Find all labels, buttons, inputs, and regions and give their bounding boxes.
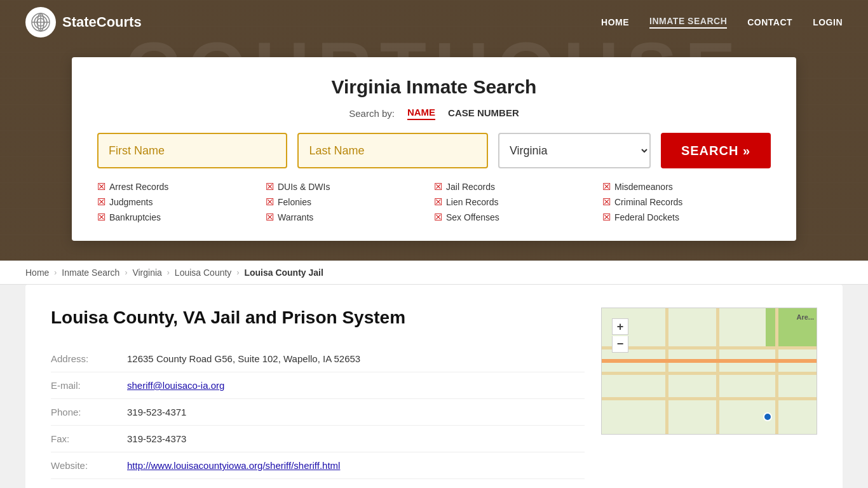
map-road-h2	[602, 372, 817, 375]
search-by-label: Search by:	[349, 108, 395, 119]
info-row-website: Website: http://www.louisacountyiowa.org…	[51, 452, 585, 479]
checkbox-federal-dockets: ☒ Federal Dockets	[602, 212, 771, 223]
check-icon-misd: ☒	[602, 181, 611, 193]
last-name-input[interactable]	[297, 133, 487, 168]
value-fax: 319-523-4373	[127, 433, 585, 444]
search-inputs-row: Virginia Alabama Alaska Arizona Californ…	[97, 133, 771, 168]
facility-info: Address: 12635 County Road G56, Suite 10…	[51, 346, 585, 479]
link-email[interactable]: sheriff@louisaco-ia.org	[127, 380, 224, 391]
breadcrumb-louisa-county[interactable]: Louisa County	[175, 268, 232, 278]
checkbox-duis: ☒ DUIs & DWIs	[266, 181, 434, 193]
checkbox-label-misd: Misdemeanors	[614, 182, 673, 192]
breadcrumb-home[interactable]: Home	[25, 268, 49, 278]
logo-link[interactable]: StateCourts	[25, 7, 142, 37]
logo-text: StateCourts	[62, 14, 142, 30]
navigation: StateCourts HOME INMATE SEARCH CONTACT L…	[0, 0, 868, 44]
tab-name[interactable]: NAME	[407, 107, 435, 120]
search-by-row: Search by: NAME CASE NUMBER	[97, 107, 771, 120]
checkboxes-grid: ☒ Arrest Records ☒ DUIs & DWIs ☒ Jail Re…	[97, 181, 771, 223]
checkbox-label-bank: Bankruptcies	[109, 212, 161, 222]
breadcrumb-sep-2: ›	[125, 268, 127, 277]
check-icon-arrest: ☒	[97, 181, 105, 193]
breadcrumb-sep-1: ›	[54, 268, 57, 277]
checkbox-criminal-records: ☒ Criminal Records	[602, 196, 771, 208]
breadcrumb-sep-4: ›	[236, 268, 239, 277]
check-icon-fel: ☒	[266, 196, 274, 208]
search-panel-wrapper: Virginia Inmate Search Search by: NAME C…	[0, 44, 868, 241]
map-road-v2	[716, 308, 719, 434]
label-website: Website:	[51, 460, 127, 471]
check-icon-sex: ☒	[434, 212, 442, 223]
checkbox-label-duis: DUIs & DWIs	[278, 182, 330, 192]
checkbox-label-fed: Federal Dockets	[614, 212, 679, 222]
search-panel: Virginia Inmate Search Search by: NAME C…	[72, 57, 796, 241]
breadcrumb-inmate-search[interactable]: Inmate Search	[62, 268, 119, 278]
checkbox-label-judg: Judgments	[109, 197, 153, 207]
map-zoom-in[interactable]: +	[612, 318, 628, 335]
check-icon-judg: ☒	[97, 196, 105, 208]
logo-svg	[31, 12, 51, 32]
checkbox-judgments: ☒ Judgments	[97, 196, 266, 208]
breadcrumb-sep-3: ›	[167, 268, 170, 277]
info-row-phone: Phone: 319-523-4371	[51, 399, 585, 426]
link-website[interactable]: http://www.louisacountyiowa.org/sheriff/…	[127, 460, 340, 471]
first-name-input[interactable]	[97, 133, 287, 168]
check-icon-lien: ☒	[434, 196, 442, 208]
value-phone: 319-523-4371	[127, 407, 585, 417]
hero-section: COURTHOUSE StateCourts HOME INMATE SEARC…	[0, 0, 868, 261]
nav-links: HOME INMATE SEARCH CONTACT LOGIN	[601, 16, 843, 29]
info-row-fax: Fax: 319-523-4373	[51, 426, 585, 452]
checkbox-label-fel: Felonies	[278, 197, 311, 207]
nav-login[interactable]: LOGIN	[813, 17, 843, 27]
breadcrumb-current: Louisa County Jail	[244, 268, 323, 278]
map-road-v1	[665, 308, 668, 434]
checkbox-jail-records: ☒ Jail Records	[434, 181, 602, 193]
checkbox-lien-records: ☒ Lien Records	[434, 196, 602, 208]
label-phone: Phone:	[51, 407, 127, 417]
map-area-label: Are...	[796, 313, 814, 321]
map-container: + − Are...	[601, 308, 817, 435]
checkbox-label-sex: Sex Offenses	[446, 212, 499, 222]
check-icon-jail: ☒	[434, 181, 442, 193]
checkbox-label-lien: Lien Records	[446, 197, 499, 207]
breadcrumb: Home › Inmate Search › Virginia › Louisa…	[0, 261, 868, 285]
search-title: Virginia Inmate Search	[97, 76, 771, 98]
tab-case-number[interactable]: CASE NUMBER	[448, 107, 519, 119]
checkbox-label-warr: Warrants	[278, 212, 313, 222]
checkbox-label-crim: Criminal Records	[614, 197, 682, 207]
logo-icon	[25, 7, 56, 37]
checkbox-label-jail: Jail Records	[446, 182, 495, 192]
checkbox-felonies: ☒ Felonies	[266, 196, 434, 208]
main-content: Louisa County, VA Jail and Prison System…	[0, 285, 868, 488]
label-email: E-mail:	[51, 380, 127, 391]
map-road-v3	[775, 308, 778, 434]
map-road-h1	[602, 346, 817, 349]
map-road-h3	[602, 397, 817, 400]
value-address: 12635 County Road G56, Suite 102, Wapell…	[127, 353, 585, 364]
check-icon-crim: ☒	[602, 196, 611, 208]
content-with-map: Louisa County, VA Jail and Prison System…	[51, 308, 817, 479]
state-select[interactable]: Virginia Alabama Alaska Arizona Californ…	[498, 133, 651, 168]
check-icon-duis: ☒	[266, 181, 274, 193]
label-fax: Fax:	[51, 433, 127, 444]
map-road-orange	[602, 359, 817, 363]
checkbox-misdemeanors: ☒ Misdemeanors	[602, 181, 771, 193]
checkbox-label-arrest: Arrest Records	[109, 182, 168, 192]
nav-contact[interactable]: CONTACT	[747, 17, 792, 27]
checkbox-arrest-records: ☒ Arrest Records	[97, 181, 266, 193]
nav-inmate-search[interactable]: INMATE SEARCH	[649, 16, 727, 29]
content-card: Louisa County, VA Jail and Prison System…	[25, 285, 843, 488]
checkbox-warrants: ☒ Warrants	[266, 212, 434, 223]
map-zoom-out[interactable]: −	[612, 336, 628, 353]
breadcrumb-virginia[interactable]: Virginia	[132, 268, 161, 278]
search-button[interactable]: SEARCH »	[661, 133, 771, 168]
checkbox-bankruptcies: ☒ Bankruptcies	[97, 212, 266, 223]
check-icon-warr: ☒	[266, 212, 274, 223]
info-row-email: E-mail: sheriff@louisaco-ia.org	[51, 372, 585, 399]
info-row-address: Address: 12635 County Road G56, Suite 10…	[51, 346, 585, 372]
label-address: Address:	[51, 353, 127, 364]
check-icon-fed: ☒	[602, 212, 611, 223]
nav-home[interactable]: HOME	[601, 17, 629, 27]
checkbox-sex-offenses: ☒ Sex Offenses	[434, 212, 602, 223]
check-icon-bank: ☒	[97, 212, 105, 223]
